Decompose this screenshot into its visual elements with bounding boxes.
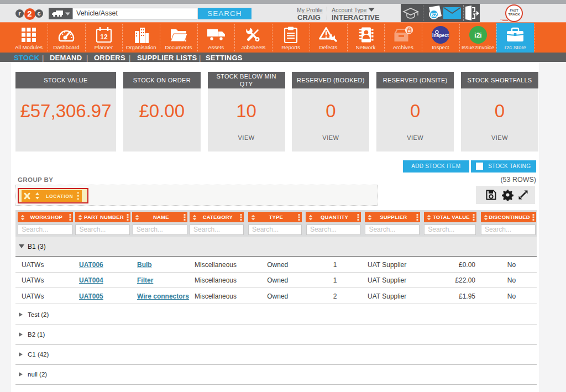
svg-text:inspect: inspect [432,33,449,38]
svg-text:LOCATION: LOCATION [46,194,73,199]
svg-text:12: 12 [100,33,108,41]
svg-text:i2i: i2i [474,32,481,39]
